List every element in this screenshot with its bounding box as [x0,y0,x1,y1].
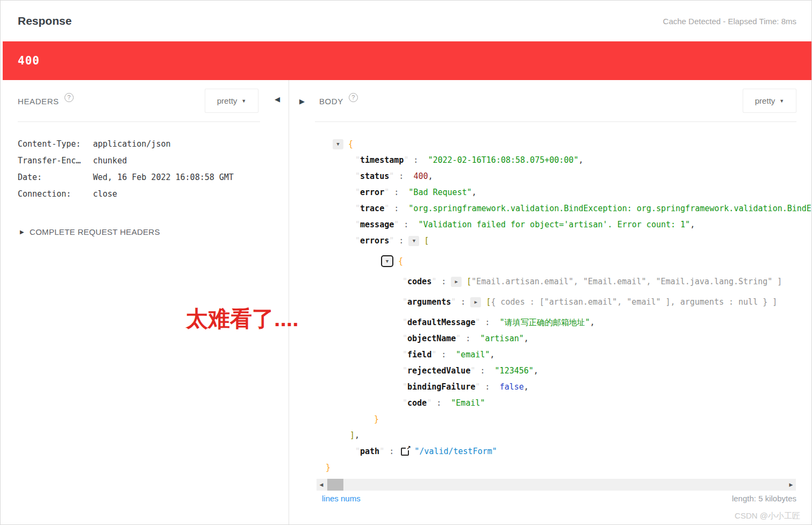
json-token-str: "请填写正确的邮箱地址" [500,314,590,330]
header-value: close [93,186,117,203]
body-footer: lines nums length: 5 kilobytes [322,494,796,503]
headers-label: HEADERS [18,97,59,106]
json-line: timestamp : "2022-02-16T16:08:58.075+00:… [289,152,811,168]
scroll-left-icon[interactable]: ◀ [317,482,326,487]
json-token-num: 400 [413,168,428,184]
headers-help-icon[interactable]: ? [64,93,74,102]
json-token-colon: : [475,363,494,379]
json-token-str: "email" [456,347,490,363]
json-token-key: path [355,443,384,459]
scrollbar-track[interactable] [326,479,786,491]
horizontal-scrollbar[interactable]: ◀ ▶ [317,479,796,491]
json-token-brace: } [374,411,379,427]
headers-panel-header: HEADERS ? pretty ▼ ◀ [3,80,289,122]
expand-body-panel-icon[interactable]: ▶ [299,97,305,105]
json-token-str: "org.springframework.validation.BindExce… [408,200,811,217]
json-line: defaultMessage : "请填写正确的邮箱地址", [289,314,811,330]
json-line: ], [289,427,811,443]
json-token-key: codes [403,274,436,290]
json-token-colon: : [408,152,428,168]
json-token-colon: : [480,379,500,395]
json-line: bindingFailure : false, [289,379,811,395]
json-token-key: arguments [403,294,456,310]
json-token-link[interactable]: "/valid/testForm" [414,443,497,459]
external-link-icon[interactable] [401,448,409,456]
json-line: ▼{ [289,136,811,152]
json-token-preview: "Email.artisan.email", "Email.email", "E… [471,274,782,290]
json-token-key: field [403,347,436,363]
json-token-colon: : [436,347,456,363]
json-token-key: defaultMessage [403,314,480,330]
collapse-node-icon[interactable]: ▼ [381,255,393,267]
status-code-banner: 400 [3,41,811,80]
header-row: Date:Wed, 16 Feb 2022 16:08:58 GMT [18,169,289,186]
collapse-node-icon[interactable]: ▼ [408,236,419,246]
json-token-key: error [355,184,389,200]
json-line: ▼{ [289,253,811,269]
json-tree: ▼{timestamp : "2022-02-16T16:08:58.075+0… [289,122,811,476]
response-titlebar: Response Cache Detected - Elapsed Time: … [3,1,811,41]
json-token-colon: : [394,233,408,249]
json-token-brace: { [398,253,403,269]
json-line: arguments : ▶[ { codes : ["artisan.email… [289,294,811,310]
json-token-preview: { codes : ["artisan.email", "email" ], a… [491,294,777,310]
json-token-str: "123456" [495,363,534,379]
json-token-bracket: [ [424,233,429,249]
json-token-plain: , [472,184,477,200]
json-token-colon: : [461,330,480,347]
json-token-key: code [403,395,432,411]
chevron-down-icon: ▼ [779,98,784,104]
body-length-info: length: 5 kilobytes [732,494,796,503]
headers-panel: HEADERS ? pretty ▼ ◀ Content-Type:applic… [3,80,289,524]
cache-elapsed-info: Cache Detected - Elapsed Time: 8ms [663,17,796,26]
json-token-bracket: ] [350,427,355,443]
header-value: Wed, 16 Feb 2022 16:08:58 GMT [93,169,234,186]
json-token-plain: , [524,379,529,395]
body-help-icon[interactable]: ? [349,93,358,102]
json-token-colon: : [389,184,408,200]
response-viewer-window: Response Cache Detected - Elapsed Time: … [0,0,812,525]
json-token-plain: , [534,363,538,379]
json-line: error : "Bad Request", [289,184,811,200]
headers-pretty-dropdown[interactable]: pretty ▼ [205,89,258,113]
json-token-colon: : [384,443,399,459]
page-title: Response [18,15,71,27]
json-line: objectName : "artisan", [289,330,811,347]
body-panel: ▶ BODY ? pretty ▼ ▼{timestamp : "2022-02… [289,80,811,524]
json-token-plain: , [355,427,360,443]
scrollbar-thumb[interactable] [327,479,343,491]
json-token-plain: , [578,152,583,168]
lines-nums-link[interactable]: lines nums [322,494,361,503]
body-label: BODY [319,97,343,106]
json-line: code : "Email" [289,395,811,411]
json-token-colon: : [480,314,500,330]
json-token-key: objectName [403,330,461,347]
expand-node-icon[interactable]: ▶ [451,277,462,287]
json-token-str: "Email" [451,395,485,411]
json-token-key: message [355,217,399,233]
body-divider [315,121,796,122]
json-token-str: "Bad Request" [408,184,471,200]
body-pretty-label: pretty [755,96,775,105]
json-token-str: "2022-02-16T16:08:58.075+00:00" [428,152,578,168]
watermark: CSDN @小小工匠 [735,511,800,521]
json-token-key: errors [355,233,394,249]
json-line: codes : ▶["Email.artisan.email", "Email.… [289,274,811,290]
json-token-colon: : [456,294,470,310]
json-token-bool: false [500,379,524,395]
json-line: status : 400, [289,168,811,184]
json-token-key: status [355,168,394,184]
collapse-headers-panel-icon[interactable]: ◀ [275,95,280,103]
json-token-bracket: [ [486,294,491,310]
expand-node-icon[interactable]: ▶ [470,297,481,307]
header-name: Content-Type: [18,136,93,153]
complete-request-headers-label: COMPLETE REQUEST HEADERS [30,227,160,236]
json-token-brace: { [348,136,353,152]
header-name: Transfer-Enc… [18,153,93,169]
body-pretty-dropdown[interactable]: pretty ▼ [743,89,796,113]
scroll-right-icon[interactable]: ▶ [786,482,796,487]
complete-request-headers-toggle[interactable]: ▶ COMPLETE REQUEST HEADERS [20,227,289,236]
collapse-node-icon[interactable]: ▼ [333,139,343,149]
response-content: HEADERS ? pretty ▼ ◀ Content-Type:applic… [3,80,811,524]
json-token-plain: , [428,168,433,184]
